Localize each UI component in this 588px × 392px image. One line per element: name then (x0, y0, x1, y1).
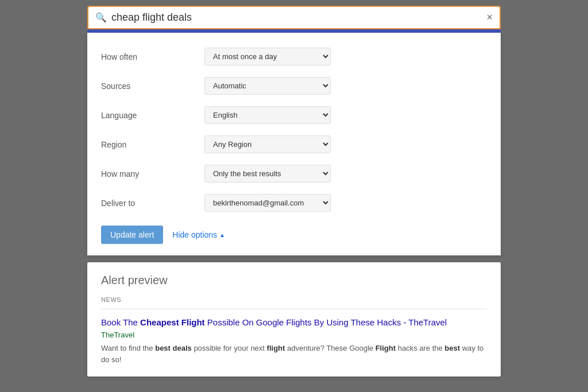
how-often-select[interactable]: At most once a day As-it-happens At most… (204, 48, 331, 65)
snippet-bold4: best (444, 344, 460, 352)
snippet-bold3: Flight (376, 344, 396, 352)
snippet-bold1: best deals (155, 344, 192, 352)
sources-row: Sources Automatic News Blogs Web Video B… (101, 71, 487, 100)
article-title-part1: Book The (101, 317, 140, 327)
actions-row: Update alert Hide options ▲ (101, 218, 487, 244)
how-many-row: How many Only the best results All resul… (101, 159, 487, 188)
how-often-row: How often At most once a day As-it-happe… (101, 42, 487, 71)
preview-divider (101, 309, 487, 309)
arrow-up-icon: ▲ (219, 232, 225, 238)
snippet-part1: Want to find the (101, 344, 155, 352)
region-select[interactable]: Any Region United States United Kingdom … (204, 135, 331, 153)
close-icon[interactable]: × (486, 11, 493, 24)
search-icon: 🔍 (95, 12, 107, 23)
deliver-to-select[interactable]: bekirthenomad@gmail.com (204, 194, 331, 212)
search-bar: 🔍 × (87, 6, 501, 29)
article-title: Book The Cheapest Flight Possible On Goo… (101, 316, 487, 328)
options-panel: How often At most once a day As-it-happe… (87, 33, 501, 255)
snippet-part2: possible for your next (192, 344, 267, 352)
deliver-to-label: Deliver to (101, 199, 204, 208)
deliver-to-row: Deliver to bekirthenomad@gmail.com (101, 188, 487, 218)
article-title-bold1: Cheapest Flight (140, 317, 205, 327)
sources-select[interactable]: Automatic News Blogs Web Video Books Fin… (204, 77, 331, 95)
how-many-select[interactable]: Only the best results All results (204, 165, 331, 183)
snippet-bold2: flight (267, 344, 285, 352)
how-many-label: How many (101, 169, 204, 178)
snippet-part4: hacks are the (396, 344, 444, 352)
news-label: NEWS (101, 296, 487, 303)
alert-preview-panel: Alert preview NEWS Book The Cheapest Fli… (87, 262, 501, 377)
language-row: Language English All Languages Spanish F… (101, 100, 487, 130)
region-row: Region Any Region United States United K… (101, 130, 487, 159)
article-title-part2: Possible On Google Flights By Using Thes… (205, 317, 447, 327)
how-often-label: How often (101, 52, 204, 61)
hide-options-link[interactable]: Hide options ▲ (172, 230, 225, 239)
main-container: 🔍 × How often At most once a day As-it-h… (87, 6, 501, 377)
search-input[interactable] (111, 11, 486, 24)
alert-preview-title: Alert preview (101, 274, 487, 287)
snippet-part3: adventure? These Google (285, 344, 375, 352)
update-alert-button[interactable]: Update alert (101, 226, 163, 244)
language-select[interactable]: English All Languages Spanish French Ger… (204, 106, 331, 124)
article-snippet: Want to find the best deals possible for… (101, 343, 487, 365)
region-label: Region (101, 140, 204, 149)
sources-label: Sources (101, 81, 204, 91)
hide-options-label: Hide options (172, 230, 217, 239)
article-source: TheTravel (101, 331, 487, 339)
language-label: Language (101, 111, 204, 120)
